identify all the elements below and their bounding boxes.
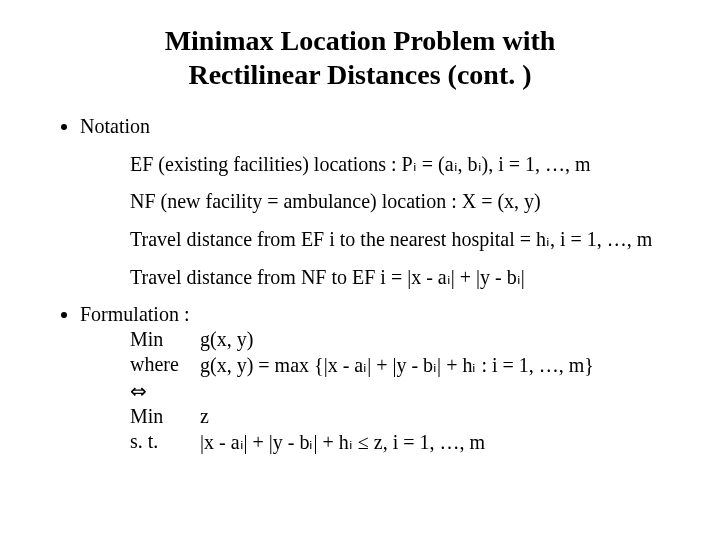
notation-ef: EF (existing facilities) locations : Pᵢ … xyxy=(130,152,680,176)
title-line-1: Minimax Location Problem with xyxy=(165,25,556,56)
form-gdef: g(x, y) = max {|x - aᵢ| + |y - bᵢ| + hᵢ … xyxy=(200,353,680,377)
notation-hi: Travel distance from EF i to the nearest… xyxy=(130,227,680,251)
bullet-notation-label: Notation xyxy=(80,115,150,137)
form-row-st: s. t. |x - aᵢ| + |y - bᵢ| + hᵢ ≤ z, i = … xyxy=(130,430,680,454)
notation-nf: NF (new facility = ambulance) location :… xyxy=(130,190,680,213)
form-where: where xyxy=(130,353,200,377)
slide: Minimax Location Problem with Rectilinea… xyxy=(0,0,720,540)
notation-block: EF (existing facilities) locations : Pᵢ … xyxy=(130,152,680,289)
content-list: Notation EF (existing facilities) locati… xyxy=(40,115,680,454)
form-constraint: |x - aᵢ| + |y - bᵢ| + hᵢ ≤ z, i = 1, …, … xyxy=(200,430,680,454)
title-line-2: Rectilinear Distances (cont. ) xyxy=(188,59,531,90)
form-row-where: where g(x, y) = max {|x - aᵢ| + |y - bᵢ|… xyxy=(130,353,680,377)
bullet-formulation: Formulation : Min g(x, y) where g(x, y) … xyxy=(80,303,680,454)
bullet-formulation-label: Formulation : xyxy=(80,303,189,325)
form-st: s. t. xyxy=(130,430,200,454)
form-min1: Min xyxy=(130,328,200,351)
form-g1: g(x, y) xyxy=(200,328,680,351)
equiv-icon: ⇔ xyxy=(130,379,200,403)
slide-title: Minimax Location Problem with Rectilinea… xyxy=(40,24,680,91)
form-row-min-g: Min g(x, y) xyxy=(130,328,680,351)
form-row-min-z: Min z xyxy=(130,405,680,428)
form-z: z xyxy=(200,405,680,428)
formulation-block: Min g(x, y) where g(x, y) = max {|x - aᵢ… xyxy=(130,328,680,454)
bullet-notation: Notation EF (existing facilities) locati… xyxy=(80,115,680,289)
form-min2: Min xyxy=(130,405,200,428)
notation-dist: Travel distance from NF to EF i = |x - a… xyxy=(130,265,680,289)
form-row-equiv: ⇔ xyxy=(130,379,680,403)
form-equiv-empty xyxy=(200,379,680,403)
